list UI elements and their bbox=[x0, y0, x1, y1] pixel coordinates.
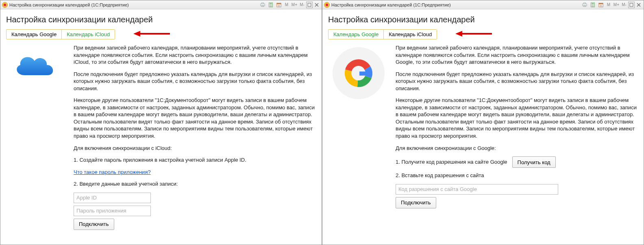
enable-label: Для включения синхронизации с iCloud: bbox=[74, 145, 316, 152]
window-restore-icon[interactable] bbox=[306, 2, 313, 8]
svg-rect-23 bbox=[592, 3, 594, 4]
svg-point-27 bbox=[592, 6, 592, 6]
provider-logo bbox=[6, 44, 67, 230]
svg-point-25 bbox=[592, 5, 593, 5]
app-icon bbox=[324, 2, 330, 8]
window-icloud: Настройка синхронизации календарей (1С:П… bbox=[0, 0, 322, 245]
page-title: Настройка синхронизации календарей bbox=[6, 15, 316, 24]
window-google: Настройка синхронизации календарей (1С:П… bbox=[322, 0, 644, 245]
intro-p1: При ведении записей рабочего календаря, … bbox=[74, 44, 316, 66]
svg-point-7 bbox=[271, 5, 272, 5]
window-restore-icon[interactable] bbox=[628, 2, 635, 8]
help-link[interactable]: Что такое пароль приложения? bbox=[74, 169, 151, 175]
svg-point-24 bbox=[592, 5, 592, 5]
tab-google[interactable]: Календарь Google bbox=[7, 30, 61, 39]
app-password-field[interactable] bbox=[74, 206, 151, 216]
tabs: Календарь Google Календарь iCloud bbox=[328, 29, 437, 39]
print-icon[interactable] bbox=[581, 2, 588, 8]
svg-point-6 bbox=[270, 5, 271, 5]
intro-p3: Некоторые другие пользователи "1С:Докуме… bbox=[74, 97, 316, 139]
calendar-icon[interactable]: 31 bbox=[275, 2, 283, 8]
annotation-arrow-icon bbox=[131, 30, 172, 39]
mem-mplus[interactable]: M+ bbox=[613, 2, 620, 8]
close-icon[interactable] bbox=[313, 2, 320, 8]
calendar-icon[interactable]: 31 bbox=[597, 2, 605, 8]
intro-p3: Некоторые другие пользователи "1С:Докуме… bbox=[396, 97, 638, 139]
calculator-icon[interactable] bbox=[267, 2, 274, 8]
intro-p1: При ведении записей рабочего календаря, … bbox=[396, 44, 638, 66]
svg-point-38 bbox=[333, 47, 385, 99]
svg-point-8 bbox=[270, 6, 270, 6]
annotation-arrow-icon bbox=[453, 30, 494, 39]
mem-mminus[interactable]: M- bbox=[621, 2, 627, 8]
intro-p2: После подключения будет предложено указа… bbox=[74, 71, 316, 92]
step-2: 2. Вставьте код разрешения с сайта bbox=[396, 172, 638, 179]
apple-id-field[interactable] bbox=[74, 193, 151, 203]
svg-rect-33 bbox=[630, 3, 633, 7]
svg-marker-18 bbox=[133, 31, 140, 37]
svg-rect-39 bbox=[359, 72, 372, 76]
print-icon[interactable] bbox=[259, 2, 266, 8]
svg-point-5 bbox=[270, 5, 270, 5]
svg-rect-14 bbox=[308, 3, 311, 7]
app-icon bbox=[2, 2, 8, 8]
svg-point-29 bbox=[593, 6, 594, 6]
svg-point-9 bbox=[270, 6, 271, 6]
svg-point-28 bbox=[592, 6, 593, 6]
connect-button[interactable]: Подключить bbox=[74, 219, 114, 230]
step-1: 1. Получите код разрешения на сайте Goog… bbox=[396, 158, 507, 166]
window-title: Настройка синхронизации календарей (1С:П… bbox=[9, 2, 129, 7]
mem-mminus[interactable]: M- bbox=[299, 2, 305, 8]
mem-m[interactable]: M bbox=[605, 2, 612, 8]
calculator-icon[interactable] bbox=[589, 2, 596, 8]
titlebar: Настройка синхронизации календарей (1С:П… bbox=[322, 0, 644, 9]
svg-rect-20 bbox=[583, 2, 585, 4]
enable-label: Для включения синхронизации с Google: bbox=[396, 145, 638, 152]
window-title: Настройка синхронизации календарей (1С:П… bbox=[331, 2, 451, 7]
mem-mplus[interactable]: M+ bbox=[291, 2, 298, 8]
svg-rect-4 bbox=[270, 3, 272, 4]
step-1: 1. Создайте пароль приложения в настройк… bbox=[74, 156, 316, 164]
svg-marker-37 bbox=[455, 31, 462, 37]
page-title: Настройка синхронизации календарей bbox=[328, 15, 638, 24]
svg-text:31: 31 bbox=[278, 4, 280, 7]
intro-p2: После подключения будет предложено указа… bbox=[396, 71, 638, 92]
tabs: Календарь Google Календарь iCloud bbox=[6, 29, 115, 39]
get-code-button[interactable]: Получить код bbox=[512, 156, 556, 168]
tab-icloud[interactable]: Календарь iCloud bbox=[383, 30, 437, 39]
icloud-logo-icon bbox=[10, 47, 63, 83]
auth-code-field[interactable] bbox=[396, 184, 558, 195]
svg-rect-1 bbox=[261, 2, 263, 4]
titlebar: Настройка синхронизации календарей (1С:П… bbox=[0, 0, 322, 9]
provider-logo bbox=[328, 44, 389, 208]
mem-m[interactable]: M bbox=[283, 2, 290, 8]
svg-text:31: 31 bbox=[600, 4, 602, 7]
close-icon[interactable] bbox=[635, 2, 642, 8]
tab-icloud[interactable]: Календарь iCloud bbox=[61, 30, 115, 39]
step-2: 2. Введите данные вашей учетной записи: bbox=[74, 180, 316, 188]
svg-point-26 bbox=[593, 5, 594, 5]
connect-button[interactable]: Подключить bbox=[396, 197, 436, 208]
svg-point-10 bbox=[271, 6, 272, 6]
tab-google[interactable]: Календарь Google bbox=[329, 30, 383, 39]
google-logo-icon bbox=[332, 47, 385, 100]
